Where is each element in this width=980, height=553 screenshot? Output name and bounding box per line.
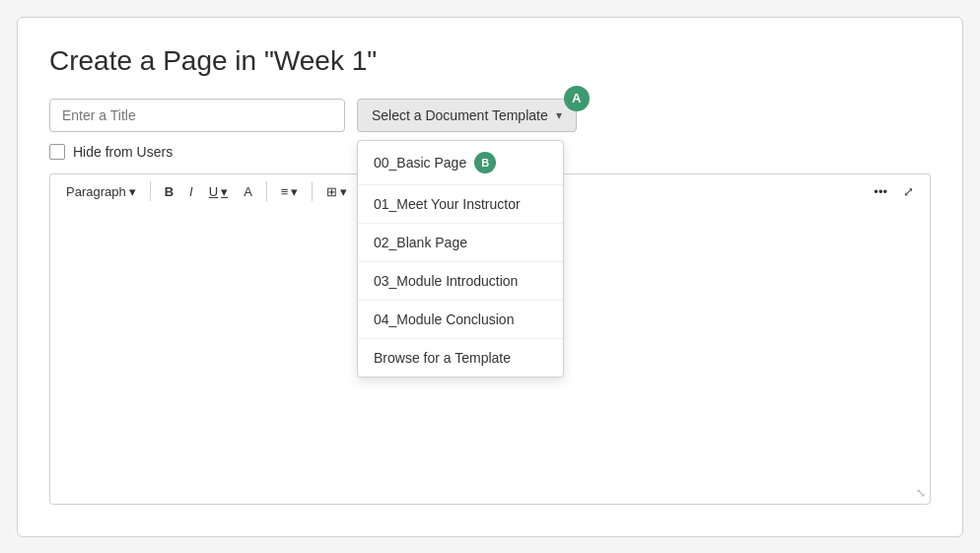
underline-label: U [209,184,218,199]
paragraph-chevron-icon: ▾ [129,184,136,199]
dropdown-item-label: 02_Blank Page [374,235,467,250]
underline-chevron-icon: ▾ [221,184,228,199]
dropdown-item-basic-page[interactable]: 00_Basic Page B [358,141,563,185]
hide-users-label: Hide from Users [73,144,173,160]
strikethrough-label: A [244,184,252,199]
dropdown-item-blank-page[interactable]: 02_Blank Page [358,224,563,262]
dropdown-item-label: 04_Module Conclusion [374,311,514,327]
hide-users-checkbox[interactable] [49,144,65,160]
align-label: ≡ [281,184,289,199]
align-button[interactable]: ≡ ▾ [275,180,305,203]
paragraph-label: Paragraph [66,184,126,199]
dropdown-item-label: 01_Meet Your Instructor [374,196,521,212]
chevron-down-icon: ▾ [556,108,562,122]
template-button-label: Select a Document Template [372,107,548,123]
table-button[interactable]: ⊞ ▾ [320,180,353,203]
resize-handle-icon: ⤡ [916,486,926,500]
top-controls: Select a Document Template ▾ A 00_Basic … [49,99,931,132]
underline-button[interactable]: U ▾ [203,180,234,203]
dropdown-item-module-intro[interactable]: 03_Module Introduction [358,262,563,301]
italic-label: I [189,184,193,199]
page-title: Create a Page in "Week 1" [49,45,931,77]
title-input[interactable] [49,99,345,132]
dropdown-item-label: 03_Module Introduction [374,273,518,289]
expand-icon: ⤢ [903,184,914,199]
dropdown-item-label: Browse for a Template [374,350,511,366]
dropdown-menu: 00_Basic Page B 01_Meet Your Instructor … [357,140,564,378]
template-button[interactable]: Select a Document Template ▾ A [357,99,577,132]
toolbar-separator-3 [312,181,313,201]
more-icon: ••• [874,184,887,199]
bold-label: B [165,184,174,199]
expand-button[interactable]: ⤢ [897,180,920,203]
more-button[interactable]: ••• [868,180,893,203]
badge-a: A [564,86,590,111]
dropdown-item-browse-template[interactable]: Browse for a Template [358,339,563,377]
align-chevron-icon: ▾ [291,184,298,199]
table-icon: ⊞ [326,184,337,199]
toolbar-separator-1 [150,181,151,201]
page-container: Create a Page in "Week 1" Select a Docum… [17,17,963,537]
toolbar-separator-2 [266,181,267,201]
bold-button[interactable]: B [159,180,179,203]
table-chevron-icon: ▾ [340,184,347,199]
dropdown-item-label: 00_Basic Page [374,155,466,171]
badge-b: B [474,152,496,173]
strikethrough-button[interactable]: A [238,180,258,203]
italic-button[interactable]: I [183,180,199,203]
dropdown-item-meet-instructor[interactable]: 01_Meet Your Instructor [358,185,563,224]
dropdown-item-module-conclusion[interactable]: 04_Module Conclusion [358,301,563,339]
paragraph-dropdown[interactable]: Paragraph ▾ [60,180,142,203]
